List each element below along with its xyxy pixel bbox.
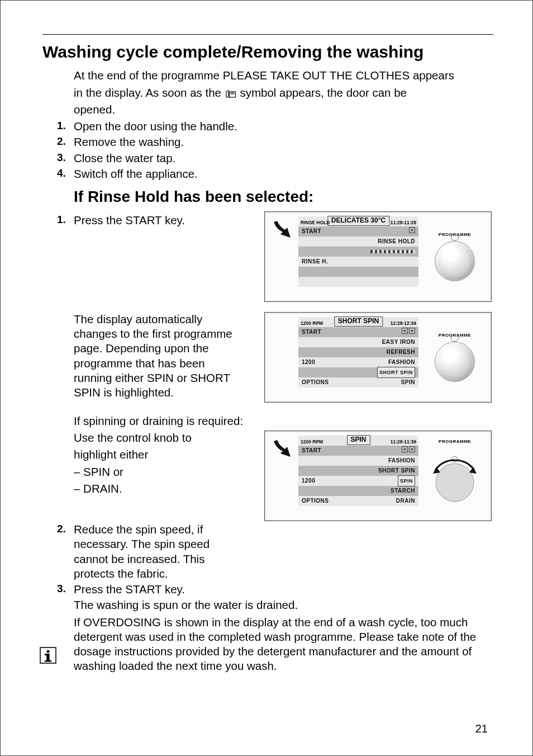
row-step1: Press the START key. DELICATES 30°C RINS…: [42, 211, 493, 302]
intro-2a: in the display. As soon as the: [74, 86, 225, 99]
door-mini-icon: [409, 227, 415, 233]
lcd3-sr: 11:28-11:39: [391, 439, 416, 445]
intro-2b: symbol appears, the door can be: [240, 86, 407, 99]
lcd1-sl: RINSE HOLD: [301, 220, 330, 226]
knob-marker-icon-2: [451, 334, 459, 342]
rinse-step-1: Press the START key.: [64, 213, 231, 228]
lcd3-title: SPIN: [346, 435, 370, 445]
lcd2-r6r: SPIN: [401, 377, 415, 388]
intro-1: At the end of the programme PLEASE TAKE …: [74, 69, 454, 82]
spun-drained-line: The washing is spun or the water is drai…: [74, 598, 493, 612]
step-1: Open the door using the handle.: [64, 119, 493, 134]
lcd3-r1l: START: [302, 446, 321, 456]
spin-required-line: If spinning or draining is required:: [74, 414, 493, 428]
lcd2-sr: 12:28-12:34: [391, 320, 416, 327]
row-autochange: The display automatically changes to the…: [42, 312, 493, 403]
rinse-step-2: Reduce the spin speed, if necessary. The…: [64, 522, 242, 581]
lcd2-r4r: FASHION: [388, 357, 415, 367]
row-spin: Use the control knob to highlight either…: [42, 431, 493, 521]
panel2-left: [265, 313, 298, 402]
lcd1-title: DELICATES 30°C: [327, 216, 389, 226]
mini-icon-2b: [409, 328, 415, 334]
info-icon: [40, 647, 56, 664]
progress-bar: [370, 250, 415, 253]
knob-1: [435, 241, 475, 281]
programme-label-3: PROGRAMME: [439, 439, 471, 445]
mini-icon-2a: [402, 328, 408, 334]
initial-steps: Open the door using the handle. Remove t…: [64, 119, 493, 181]
lcd2-r1l: START: [302, 327, 321, 337]
start-arrow-icon: [265, 212, 298, 301]
panel-spin: SPIN 1200 RPM 11:28-11:39 START FASHION …: [264, 431, 492, 521]
panel-1-wrap: DELICATES 30°C RINSE HOLD 11:28-11:28 ST…: [264, 211, 493, 302]
mini-icon-3a: [402, 446, 408, 452]
lcd2-r6l: OPTIONS: [302, 377, 329, 388]
lcd3-r3r: SHORT SPIN: [378, 466, 415, 476]
knob-col-2: PROGRAMME: [418, 313, 491, 402]
autochange-text: The display automatically changes to the…: [74, 312, 241, 402]
lcd-1: DELICATES 30°C RINSE HOLD 11:28-11:28 ST…: [298, 216, 418, 297]
lcd3-r5r: STARCH: [391, 486, 415, 496]
lcd1-r4l: RINSE H.: [302, 257, 328, 267]
svg-rect-10: [45, 654, 48, 655]
lcd3-r4r: SPIN: [398, 475, 415, 486]
lcd3-r2r: FASHION: [388, 456, 415, 466]
manual-page: Washing cycle complete/Removing the wash…: [0, 0, 533, 756]
knob-col-1: PROGRAMME: [418, 212, 491, 301]
lcd-2: SHORT SPIN 1200 RPM 12:28-12:34 START EA…: [298, 317, 418, 398]
lcd2-r4l: 1200: [302, 357, 315, 367]
page-title: Washing cycle complete/Removing the wash…: [42, 41, 493, 63]
lcd2-sl: 1200 RPM: [301, 320, 323, 327]
rinse-steps-23: Reduce the spin speed, if necessary. The…: [64, 522, 242, 597]
mini-icon-3b: [409, 446, 415, 452]
lcd1-sr: 11:28-11:28: [391, 220, 416, 226]
start-arrow-icon-3: [265, 431, 298, 521]
panel-3-wrap: SPIN 1200 RPM 11:28-11:39 START FASHION …: [264, 431, 493, 521]
svg-point-4: [436, 464, 474, 502]
knob-rotate-icon: [422, 448, 488, 513]
svg-rect-11: [45, 660, 51, 662]
step-3: Close the water tap.: [64, 151, 493, 166]
knob-marker-icon: [451, 233, 459, 241]
lcd2-title: SHORT SPIN: [334, 316, 383, 327]
lcd3-r6r: DRAIN: [396, 496, 415, 506]
step-2: Remove the washing.: [64, 135, 493, 149]
lcd3-r6l: OPTIONS: [302, 496, 329, 506]
panel-shortspin: SHORT SPIN 1200 RPM 12:28-12:34 START EA…: [264, 312, 492, 403]
svg-point-8: [46, 650, 49, 653]
lcd2-r5r: SHORT SPIN: [377, 367, 415, 378]
panel-delicates: DELICATES 30°C RINSE HOLD 11:28-11:28 ST…: [264, 211, 492, 302]
step-4: Switch off the appliance.: [64, 167, 493, 181]
page-number: 21: [475, 722, 488, 736]
lcd2-r2r: EASY IRON: [382, 337, 415, 347]
rinse-step-3: Press the START key.: [64, 582, 242, 597]
lcd2-r3r: REFRESH: [387, 347, 415, 357]
use-knob-text: Use the control knob to highlight either…: [74, 431, 241, 498]
door-open-icon: [225, 87, 237, 95]
lcd1-r1l: START: [302, 226, 321, 237]
lcd-3: SPIN 1200 RPM 11:28-11:39 START FASHION …: [298, 436, 418, 516]
rinse-hold-heading: If Rinse Hold has been selected:: [74, 187, 493, 207]
intro-paragraph: At the end of the programme PLEASE TAKE …: [74, 68, 493, 117]
knob-col-3: PROGRAMME: [418, 431, 491, 521]
lcd1-r2r: RINSE HOLD: [378, 237, 415, 247]
top-rule: [42, 34, 493, 35]
lcd3-r4l: 1200: [302, 476, 315, 486]
overdosing-note: If OVERDOSING is shown in the display at…: [74, 615, 493, 674]
lcd3-sl: 1200 RPM: [301, 439, 323, 445]
panel-2-wrap: SHORT SPIN 1200 RPM 12:28-12:34 START EA…: [264, 312, 493, 403]
knob-2: [435, 342, 475, 382]
rinse-step1-list: Press the START key.: [64, 213, 231, 229]
intro-3: opened.: [74, 103, 115, 116]
